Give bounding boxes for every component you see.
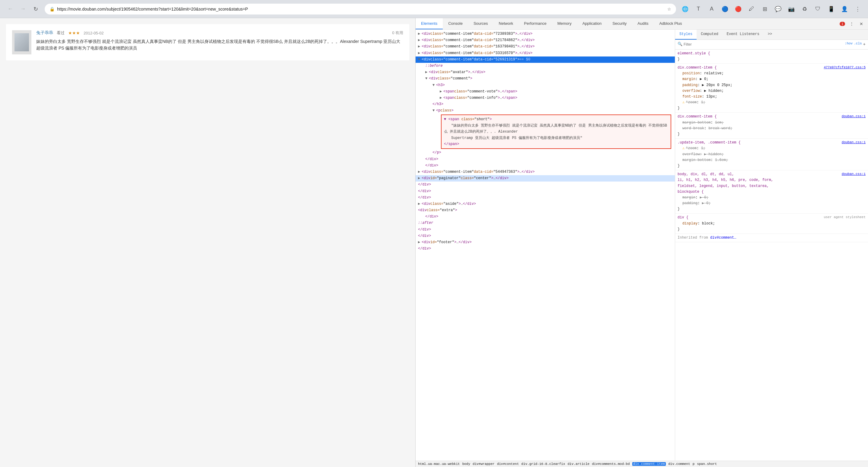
- css-source-link-2[interactable]: douban.css:1: [842, 114, 866, 119]
- collapse-arrow[interactable]: ▶: [418, 44, 422, 50]
- css-source-link-4[interactable]: douban.css:1: [842, 172, 866, 177]
- breadcrumb-body[interactable]: body: [462, 462, 470, 466]
- tab-styles[interactable]: Styles: [675, 30, 696, 39]
- elem-line[interactable]: ▶ <span class="comment-info">…</span>: [415, 95, 675, 101]
- elem-line[interactable]: </div>: [415, 213, 675, 220]
- elem-line[interactable]: ▶ <div class="comment-item" data-cid="12…: [415, 37, 675, 43]
- elem-line[interactable]: </div>: [415, 245, 675, 252]
- tab-sources[interactable]: Sources: [468, 18, 493, 29]
- collapse-arrow[interactable]: ▶: [425, 69, 429, 75]
- ext5-icon[interactable]: 📷: [786, 4, 797, 14]
- ext1-icon[interactable]: 🔴: [733, 4, 744, 14]
- star-icon[interactable]: ☆: [667, 7, 671, 11]
- back-button[interactable]: ←: [5, 4, 16, 14]
- collapse-arrow[interactable]: ▶: [440, 95, 443, 101]
- lang-icon[interactable]: A: [706, 4, 717, 14]
- comment-user-link[interactable]: 兔子乖乖: [36, 30, 53, 36]
- tab-adblock[interactable]: Adblock Plus: [654, 18, 687, 29]
- breadcrumb-comment-item[interactable]: div.comment-item: [632, 462, 666, 466]
- css-source-link[interactable]: 477e07cfcfe1077.css:5: [824, 65, 866, 70]
- refresh-button[interactable]: ↻: [30, 4, 41, 14]
- highlighted-span-container[interactable]: ▼ <span class="short"> "妹妹的旁白太多 荒野生存不够强烈…: [415, 115, 675, 149]
- tab-elements[interactable]: Elements: [415, 18, 443, 29]
- ext2-icon[interactable]: 🖊: [746, 4, 757, 14]
- elem-line[interactable]: ▶ <div class="avatar">…</div>: [415, 69, 675, 76]
- elem-line-selected[interactable]: ▼ <div class="comment-item" data-cid="52…: [415, 57, 675, 63]
- elem-line[interactable]: ▶ <div class="comment-item" data-cid="54…: [415, 169, 675, 175]
- collapse-arrow[interactable]: ▶: [440, 89, 443, 94]
- extensions-icon[interactable]: 🌐: [680, 4, 690, 14]
- breadcrumb-html[interactable]: html.ua-mac.ua-webkit: [418, 462, 460, 466]
- breadcrumb-wrapper[interactable]: div#wrapper: [473, 462, 495, 466]
- ext7-icon[interactable]: 🛡: [812, 4, 823, 14]
- elem-line[interactable]: ▶ <div id="paginator" class="center">…</…: [415, 175, 675, 181]
- elem-line[interactable]: </div>: [415, 195, 675, 201]
- collapse-arrow[interactable]: ▶: [418, 31, 422, 37]
- tab-audits[interactable]: Audits: [632, 18, 654, 29]
- collapse-arrow[interactable]: ▼: [418, 57, 422, 62]
- ext3-icon[interactable]: ⊞: [760, 4, 770, 14]
- elem-line[interactable]: ▶ <div class="aside">…</div>: [415, 201, 675, 207]
- elem-line[interactable]: <div class="extra">: [415, 207, 675, 213]
- collapse-arrow[interactable]: ▼: [425, 76, 429, 82]
- elem-line[interactable]: </p>: [415, 149, 675, 156]
- tab-more[interactable]: >>: [764, 30, 776, 39]
- styles-filter-input[interactable]: [684, 42, 843, 47]
- filter-plus-btn[interactable]: +: [863, 41, 866, 48]
- collapse-arrow[interactable]: ▼: [433, 83, 436, 88]
- elem-line[interactable]: </h3>: [415, 101, 675, 108]
- inherited-link[interactable]: div#comment…: [710, 236, 736, 240]
- filter-hov[interactable]: :hov: [845, 41, 852, 48]
- tab-console[interactable]: Console: [443, 18, 468, 29]
- elem-line[interactable]: </div>: [415, 188, 675, 195]
- tab-performance[interactable]: Performance: [519, 18, 552, 29]
- devtools-close-btn[interactable]: ✕: [857, 20, 866, 28]
- elem-line[interactable]: </div>: [415, 233, 675, 239]
- ext8-icon[interactable]: 📱: [826, 4, 837, 14]
- elem-line[interactable]: </div>: [415, 227, 675, 233]
- elem-line[interactable]: </div>: [415, 156, 675, 163]
- profile-icon[interactable]: 👤: [839, 4, 850, 14]
- tab-event-listeners[interactable]: Event Listeners: [722, 30, 764, 39]
- vpn-icon[interactable]: 🔵: [719, 4, 731, 14]
- breadcrumb-p[interactable]: p: [693, 462, 695, 466]
- tab-network[interactable]: Network: [493, 18, 519, 29]
- collapse-arrow[interactable]: ▶: [418, 175, 422, 181]
- collapse-arrow[interactable]: ▶: [418, 201, 422, 207]
- tab-application[interactable]: Application: [577, 18, 607, 29]
- elem-line[interactable]: ▶ <span class="comment-vote">…</span>: [415, 88, 675, 95]
- collapse-arrow[interactable]: ▶: [418, 51, 422, 56]
- breadcrumb-comment[interactable]: div.comment: [668, 462, 690, 466]
- elem-line[interactable]: ▼ <div class="comment">: [415, 76, 675, 82]
- breadcrumb-grid[interactable]: div.grid-16-8.clearfix: [521, 462, 565, 466]
- menu-icon[interactable]: ⋮: [852, 4, 863, 14]
- elem-line[interactable]: ▶ <div class="comment-item" data-cid="72…: [415, 31, 675, 37]
- tab-memory[interactable]: Memory: [552, 18, 577, 29]
- css-source-link-3[interactable]: douban.css:1: [842, 140, 866, 145]
- collapse-arrow[interactable]: ▶: [418, 239, 422, 245]
- devtools-more-btn[interactable]: ⋮: [847, 20, 856, 28]
- elem-line-pseudo-after[interactable]: ::after: [415, 220, 675, 226]
- elem-line[interactable]: </div>: [415, 181, 675, 188]
- elem-line[interactable]: ▶ <div id="footer">…</div>: [415, 239, 675, 245]
- tab-security[interactable]: Security: [607, 18, 632, 29]
- translate-icon[interactable]: T: [693, 4, 704, 14]
- elem-line-pseudo-before[interactable]: ::before: [415, 63, 675, 69]
- elem-line[interactable]: ▶ <div class="comment-item" data-cid="16…: [415, 43, 675, 50]
- forward-button[interactable]: →: [18, 4, 28, 14]
- breadcrumb-comments[interactable]: div#comments.mod-bd: [592, 462, 629, 466]
- collapse-arrow[interactable]: ▶: [418, 37, 422, 43]
- ext4-icon[interactable]: 💬: [773, 4, 783, 14]
- elem-line[interactable]: ▶ <div class="comment-item" data-cid="33…: [415, 50, 675, 57]
- elem-line[interactable]: ▼ <p class>: [415, 108, 675, 114]
- address-bar[interactable]: 🔒 https://movie.douban.com/subject/19054…: [45, 4, 676, 14]
- ext6-icon[interactable]: ♻: [799, 4, 810, 14]
- filter-cls[interactable]: .cls: [854, 41, 862, 48]
- elem-line[interactable]: ▼ <h3>: [415, 82, 675, 88]
- tab-computed[interactable]: Computed: [696, 30, 722, 39]
- breadcrumb-content[interactable]: div#content: [497, 462, 519, 466]
- collapse-arrow[interactable]: ▶: [418, 169, 422, 175]
- breadcrumb-article[interactable]: div.article: [568, 462, 590, 466]
- elem-line[interactable]: </div>: [415, 163, 675, 169]
- breadcrumb-span-short[interactable]: span.short: [697, 462, 717, 466]
